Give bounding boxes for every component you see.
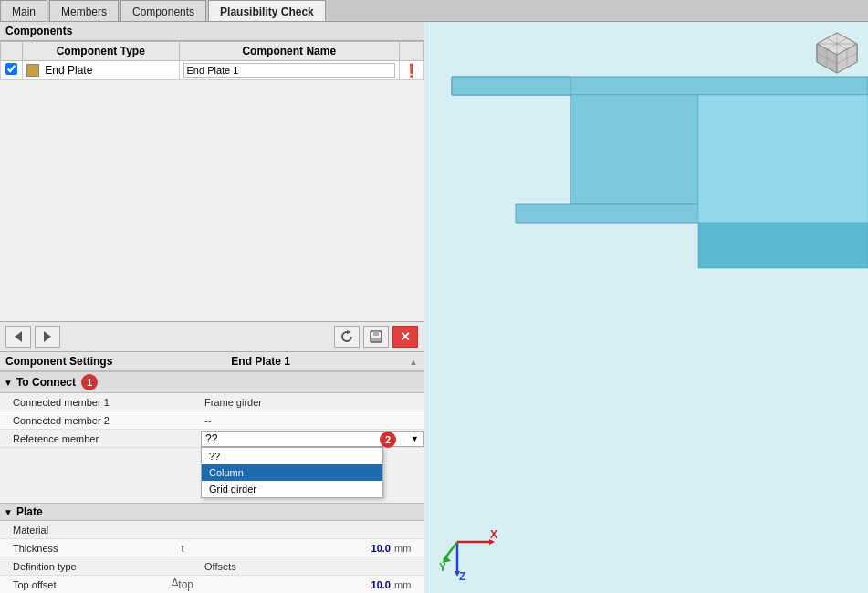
prop-material: Material xyxy=(0,521,424,539)
svg-line-45 xyxy=(444,542,457,560)
dropdown-arrow-icon: ▼ xyxy=(411,434,419,443)
svg-text:X: X xyxy=(490,528,497,541)
badge-1: 1 xyxy=(81,374,98,390)
components-table: Component Type Component Name End Plate xyxy=(0,41,424,80)
group-to-connect-label: To Connect xyxy=(16,376,76,389)
prop-value-material xyxy=(201,529,424,531)
save-button[interactable] xyxy=(363,326,389,348)
dropdown-option-column[interactable]: Column xyxy=(202,464,382,481)
settings-component-name: End Plate 1 xyxy=(231,355,290,368)
prop-reference-member: Reference member ?? ▼ ?? Column Grid gir… xyxy=(0,430,424,448)
table-row: End Plate ❗ xyxy=(1,61,424,80)
color-indicator xyxy=(26,64,39,77)
svg-marker-1 xyxy=(44,331,51,342)
group-toggle-icon: ▼ xyxy=(4,378,13,388)
prop-value-cm2: -- xyxy=(201,414,424,427)
tab-plausibility-check[interactable]: Plausibility Check xyxy=(208,0,326,21)
prop-label-thickness: Thickness xyxy=(0,541,164,556)
tab-components[interactable]: Components xyxy=(120,0,206,21)
group-plate-label: Plate xyxy=(16,505,43,518)
tab-members[interactable]: Members xyxy=(49,0,119,21)
group-plate-toggle-icon: ▼ xyxy=(4,507,13,517)
svg-marker-11 xyxy=(698,95,868,223)
warning-icon: ❗ xyxy=(403,63,419,78)
prop-value-thickness: 10.0 xyxy=(201,542,394,555)
toolbar: ✕ xyxy=(0,321,424,352)
save-icon xyxy=(369,329,383,344)
svg-text:Z: Z xyxy=(459,570,465,583)
badge-2: 2 xyxy=(380,432,396,448)
viewport-svg xyxy=(424,22,868,593)
viewport-panel: Z Y X xyxy=(424,22,868,593)
svg-rect-5 xyxy=(371,338,381,341)
row-type-label: End Plate xyxy=(45,64,92,77)
dropdown-option-unknown[interactable]: ?? xyxy=(202,448,382,464)
dropdown-option-grid-girder[interactable]: Grid girder xyxy=(202,481,382,497)
prop-value-deftype: Offsets xyxy=(201,560,424,573)
nav-next-button[interactable] xyxy=(35,326,60,348)
close-button[interactable]: ✕ xyxy=(392,326,418,348)
refresh-button[interactable] xyxy=(334,326,360,348)
main-layout: Components Component Type Component Name xyxy=(0,22,868,593)
prop-unit-topoffset: mm xyxy=(394,579,424,590)
svg-marker-10 xyxy=(698,223,868,268)
prop-label-material: Material xyxy=(0,523,164,537)
prop-top-offset: Top offset Δtop 10.0 mm xyxy=(0,576,424,593)
svg-text:Y: Y xyxy=(439,561,446,574)
prop-value-cm1: Frame girder xyxy=(201,396,424,409)
tab-main[interactable]: Main xyxy=(0,0,47,21)
prop-thickness: Thickness t 10.0 mm xyxy=(0,539,424,557)
component-name-header: Component Name xyxy=(179,42,399,61)
settings-title: Component Settings xyxy=(5,355,112,368)
row-name-cell[interactable] xyxy=(179,61,399,80)
row-checkbox[interactable] xyxy=(5,63,17,75)
group-to-connect-header[interactable]: ▼ To Connect 1 xyxy=(0,371,424,393)
nav-prev-icon xyxy=(11,329,26,344)
cube-icon[interactable] xyxy=(813,29,861,77)
left-panel: Components Component Type Component Name xyxy=(0,22,424,593)
svg-marker-12 xyxy=(452,77,570,95)
group-plate: ▼ Plate Material Thickness t 10.0 mm Def… xyxy=(0,503,424,593)
prop-definition-type: Definition type Offsets xyxy=(0,557,424,576)
refresh-icon xyxy=(340,329,354,344)
settings-panel[interactable]: Component Settings End Plate 1 ▲ ▼ To Co… xyxy=(0,352,424,593)
nav-prev-button[interactable] xyxy=(5,326,31,348)
prop-label-cm1: Connected member 1 xyxy=(0,395,164,410)
svg-marker-8 xyxy=(570,95,698,204)
nav-next-icon xyxy=(40,329,55,344)
component-type-header: Component Type xyxy=(23,42,180,61)
prop-symbol-topoffset: Δtop xyxy=(164,577,201,591)
row-warning-cell: ❗ xyxy=(400,61,424,80)
prop-symbol-thickness: t xyxy=(164,543,201,554)
prop-unit-thickness: mm xyxy=(394,543,424,554)
reference-dropdown-menu[interactable]: ?? Column Grid girder xyxy=(201,447,383,498)
prop-label-ref: Reference member xyxy=(0,432,164,446)
svg-rect-4 xyxy=(373,331,379,336)
group-plate-header[interactable]: ▼ Plate xyxy=(0,503,424,521)
scroll-indicator: ▲ xyxy=(409,357,418,367)
group-to-connect: ▼ To Connect 1 Connected member 1 Frame … xyxy=(0,371,424,448)
row-name-input[interactable] xyxy=(183,63,395,78)
row-type-cell: End Plate xyxy=(23,61,180,80)
prop-label-cm2: Connected member 2 xyxy=(0,413,164,428)
svg-marker-2 xyxy=(347,330,351,334)
row-checkbox-cell[interactable] xyxy=(1,61,23,80)
components-section-header: Components xyxy=(0,22,424,41)
checkbox-col-header xyxy=(1,42,23,61)
svg-marker-0 xyxy=(15,331,22,342)
prop-connected-member-1: Connected member 1 Frame girder xyxy=(0,393,424,411)
prop-label-deftype: Definition type xyxy=(0,559,164,574)
close-icon: ✕ xyxy=(400,329,411,344)
axis-indicator: Z Y X xyxy=(439,524,494,578)
prop-connected-member-2: Connected member 2 -- xyxy=(0,411,424,430)
prop-value-topoffset: 10.0 xyxy=(201,578,394,591)
components-title: Components xyxy=(5,25,72,37)
table-spacer xyxy=(0,80,424,321)
warning-col-header xyxy=(400,42,424,61)
tab-bar: Main Members Components Plausibility Che… xyxy=(0,0,868,22)
prop-label-topoffset: Top offset xyxy=(0,577,164,592)
settings-header: Component Settings End Plate 1 ▲ xyxy=(0,352,424,371)
